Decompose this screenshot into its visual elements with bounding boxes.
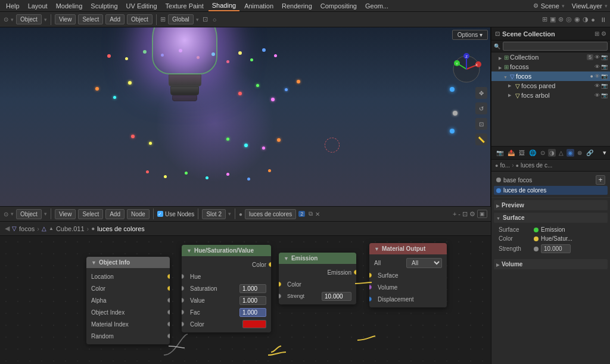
focos-render-icon[interactable]: 📷	[601, 73, 608, 79]
mat-add-btn[interactable]: +	[596, 175, 605, 185]
node-editor[interactable]: ▼ Object Info Location Color Alpha	[0, 236, 491, 364]
focoss-eye-icon[interactable]: 👁	[595, 64, 600, 70]
ne-zoom-out[interactable]: -	[458, 210, 460, 217]
bc-focos[interactable]: focos	[19, 225, 35, 232]
scene-name[interactable]: Scene	[541, 2, 559, 10]
copy-material-icon[interactable]: ⧉	[309, 210, 313, 217]
view-icon-persp[interactable]: ⊞	[542, 15, 547, 23]
material-luces-colores[interactable]: luces de colores	[494, 186, 608, 195]
hue-color-swatch[interactable]	[242, 320, 266, 328]
strength-prop-input[interactable]	[541, 244, 571, 253]
object-mode-btn[interactable]: Object	[16, 14, 42, 24]
fa-eye-icon[interactable]: 👁	[595, 92, 600, 98]
menu-uv-editing[interactable]: UV Editing	[123, 1, 161, 11]
fp-render-icon[interactable]: 📷	[601, 83, 608, 89]
ne-node-btn[interactable]: Node	[127, 209, 150, 219]
outliner-collection[interactable]: ⊞ Collection 5 👁 📷	[491, 52, 610, 62]
scale-icon[interactable]: ⊡	[475, 118, 487, 130]
prop-icon-particle[interactable]: ⊛	[576, 149, 583, 157]
shading-render[interactable]: ●	[591, 16, 595, 23]
bc-luces[interactable]: luces de colores	[97, 225, 145, 232]
outliner-focos[interactable]: ▽ focos ● 👁 📷	[491, 71, 610, 81]
menu-layout[interactable]: Layout	[24, 1, 51, 11]
move-icon[interactable]: ✥	[475, 87, 487, 99]
ne-view-all[interactable]: ⊡	[462, 210, 468, 218]
outliner-focoss[interactable]: ⊞ focoss 👁 📷	[491, 62, 610, 71]
outliner-search-input[interactable]	[503, 42, 608, 51]
snap-icon[interactable]: ⊡	[201, 14, 209, 24]
prop-icon-view[interactable]: 🖼	[518, 149, 526, 157]
outliner-filter-icon[interactable]: ⊞	[595, 30, 599, 37]
node-emission[interactable]: ▼ Emission Emission Color Stren	[279, 253, 356, 304]
matout-dropdown[interactable]: All	[406, 258, 442, 268]
viewport-options-btn[interactable]: Options ▾	[452, 30, 488, 40]
ne-settings[interactable]: ⚙	[469, 210, 475, 218]
slot-btn[interactable]: Slot 2	[202, 209, 226, 219]
value-input[interactable]	[239, 296, 266, 305]
menu-animation[interactable]: Animation	[241, 1, 277, 11]
prop-icon-mesh[interactable]: △	[558, 149, 565, 157]
add-btn[interactable]: Add	[105, 14, 125, 24]
menu-help[interactable]: Help	[2, 1, 23, 11]
menu-compositing[interactable]: Compositing	[317, 1, 360, 11]
use-nodes-check[interactable]: ✓ Use Nodes	[157, 211, 194, 217]
menu-sculpting[interactable]: Sculpting	[87, 1, 121, 11]
shading-solid[interactable]: ◉	[574, 15, 580, 23]
menu-modeling[interactable]: Modeling	[52, 1, 86, 11]
menu-shading[interactable]: Shading	[208, 1, 239, 11]
prop-icon-constraint[interactable]: 🔗	[585, 149, 595, 157]
prop-dropdown-icon[interactable]: ▾	[603, 149, 606, 157]
prop-icon-obj[interactable]: ◑	[548, 149, 556, 157]
delete-material-icon[interactable]: ✕	[315, 211, 320, 217]
collection-render-icon[interactable]: 📷	[601, 54, 608, 60]
focos-extra-icon[interactable]: ●	[590, 73, 593, 79]
color-value[interactable]: Hue/Satur...	[541, 235, 572, 242]
proportional-icon[interactable]: ○	[211, 15, 218, 24]
surface-section-header[interactable]: Surface	[494, 213, 608, 223]
node-object-info[interactable]: ▼ Object Info Location Color Alpha	[86, 257, 170, 344]
viewport-3d[interactable]: Options ▾ X Y Z	[0, 27, 491, 206]
viewport-gizmo[interactable]: X Y Z	[449, 51, 484, 87]
view-icon-ortho[interactable]: ▣	[550, 15, 556, 23]
rotate-icon[interactable]: ↺	[475, 102, 487, 114]
pause-icon[interactable]: ⏸	[600, 16, 606, 23]
prop-icon-mat[interactable]: ◉	[567, 149, 574, 157]
shading-mat[interactable]: ◑	[583, 15, 589, 23]
ne-panels[interactable]: ▣	[477, 210, 487, 218]
material-base-focos[interactable]: base focos +	[494, 174, 608, 186]
viewlayer-name[interactable]: ViewLayer	[572, 2, 602, 10]
prop-bc-luces[interactable]: luces de c...	[521, 162, 552, 169]
overlay-icon[interactable]: ⊛	[558, 15, 564, 23]
focos-eye-icon[interactable]: 👁	[595, 73, 600, 79]
prop-icon-scene[interactable]: 🌐	[528, 149, 537, 157]
fa-render-icon[interactable]: 📷	[601, 92, 608, 98]
menu-rendering[interactable]: Rendering	[278, 1, 316, 11]
fp-eye-icon[interactable]: 👁	[595, 83, 600, 89]
bc-cube011[interactable]: Cube.011	[56, 225, 85, 232]
view-btn[interactable]: View	[55, 14, 76, 24]
prop-icon-output[interactable]: 📤	[506, 149, 516, 157]
outliner-focs-arbol[interactable]: ▶ ▽ focs arbol 👁 📷	[491, 91, 610, 100]
prop-icon-world[interactable]: ⊙	[539, 149, 546, 157]
global-btn[interactable]: Global	[168, 14, 194, 24]
ne-object-mode[interactable]: Object	[16, 209, 42, 219]
saturation-input[interactable]	[239, 284, 266, 293]
outliner-focos-pared[interactable]: ▶ ▽ focos pared 👁 📷	[491, 81, 610, 91]
ne-view-btn[interactable]: View	[55, 209, 76, 219]
focoss-render-icon[interactable]: 📷	[601, 64, 608, 70]
outliner-settings-icon[interactable]: ⚙	[601, 30, 606, 37]
object-btn[interactable]: Object	[127, 14, 152, 24]
xray-icon[interactable]: ◎	[566, 15, 572, 23]
menu-texture-paint[interactable]: Texture Paint	[162, 1, 207, 11]
fac-input[interactable]	[239, 308, 266, 317]
volume-section-header[interactable]: Volume	[494, 259, 608, 269]
node-material-output[interactable]: ▼ Material Output All All Surface	[369, 243, 447, 307]
material-btn[interactable]: luces de colores	[245, 209, 296, 219]
prop-bc-fo[interactable]: fo...	[500, 162, 510, 169]
node-hue-saturation[interactable]: ▼ Hue/Saturation/Value Color Hue	[182, 245, 271, 332]
ne-add-btn[interactable]: Add	[105, 209, 125, 219]
select-btn[interactable]: Select	[78, 14, 103, 24]
measure-icon[interactable]: 📏	[475, 133, 487, 145]
ne-select-btn[interactable]: Select	[78, 209, 103, 219]
prop-icon-render[interactable]: 📷	[495, 149, 505, 157]
